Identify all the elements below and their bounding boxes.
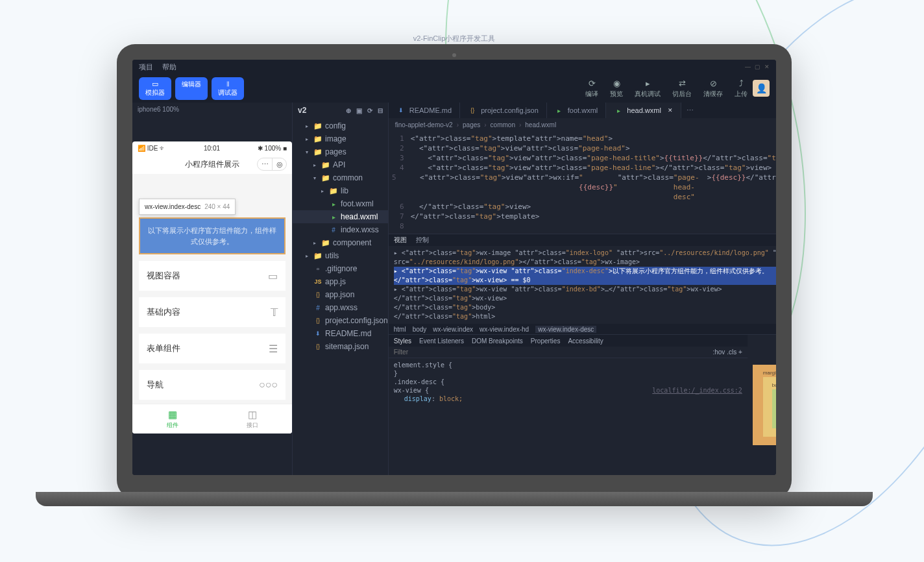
tree-item[interactable]: ▸📁lib: [293, 184, 388, 197]
styles-tab[interactable]: Properties: [531, 337, 561, 345]
tree-item[interactable]: ▸head.wxml: [293, 210, 388, 223]
tree-item[interactable]: ▸📁image: [293, 132, 388, 145]
status-right: ✱ 100% ■: [258, 145, 287, 152]
dom-row[interactable]: ▸ <"attr">class="tag">wx-view "attr">cla…: [394, 267, 776, 285]
mode-button-0[interactable]: ▭模拟器: [139, 77, 171, 100]
crumb-item[interactable]: html: [394, 326, 406, 333]
list-item[interactable]: 导航○○○: [139, 370, 286, 400]
tab-bar: ▦组件◫接口: [132, 404, 292, 434]
tab-组件[interactable]: ▦组件: [132, 404, 212, 434]
editor-pane: ⬇README.md{}project.config.json▸foot.wxm…: [388, 103, 776, 475]
file-tree-pane: v2 ⊕ ▣ ⟳ ⊟ ▸📁config▸📁image▾📁pages▸📁API▾📁…: [292, 103, 388, 475]
mode-button-1[interactable]: 编辑器: [175, 77, 208, 100]
tree-item[interactable]: {}app.json: [293, 288, 388, 301]
capsule-close-icon[interactable]: ◎: [272, 158, 286, 170]
inspect-tooltip: wx-view.index-desc 240 × 44: [139, 199, 236, 215]
collapse-icon[interactable]: ⊟: [378, 107, 383, 114]
highlight-text: 以下将展示小程序官方组件能力，组件样式仅供参考。: [140, 219, 284, 253]
breadcrumb: fino-applet-demo-v2›pages›common›head.wx…: [389, 118, 776, 131]
box-model: margin 10 border – padding – 240 × 44 – …: [748, 335, 776, 475]
status-bar: 📶 IDE ᯤ 10:01 ✱ 100% ■: [132, 141, 292, 154]
breadcrumb-item[interactable]: common: [491, 121, 515, 128]
tree-item[interactable]: {}project.config.json: [293, 314, 388, 327]
minimize-icon[interactable]: —: [745, 64, 751, 70]
tree-item[interactable]: ▸📁API: [293, 158, 388, 171]
simulator-pane: iphone6 100% 📶 IDE ᯤ 10:01 ✱ 100% ■ 小程序组…: [132, 103, 292, 475]
tree-item[interactable]: ⬇README.md: [293, 327, 388, 340]
styles-tab[interactable]: Styles: [394, 337, 411, 345]
action-预览[interactable]: ◉预览: [610, 79, 623, 99]
tree-item[interactable]: ▾📁common: [293, 171, 388, 184]
close-icon[interactable]: ✕: [764, 64, 770, 70]
new-folder-icon[interactable]: ▣: [356, 107, 362, 114]
devtools: 视图 控制 ▸ <"attr">class="tag">wx-image "at…: [389, 234, 776, 475]
avatar[interactable]: 👤: [753, 80, 770, 97]
mode-button-2[interactable]: ⫴调试器: [212, 77, 244, 100]
dom-tree[interactable]: ▸ <"attr">class="tag">wx-image "attr">cl…: [389, 246, 776, 324]
styles-filter-input[interactable]: [394, 348, 446, 356]
tree-item[interactable]: ▸📁component: [293, 236, 388, 249]
close-tab-icon[interactable]: ✕: [668, 107, 673, 114]
list-item[interactable]: 基础内容𝕋: [139, 297, 286, 327]
action-清缓存[interactable]: ⊘清缓存: [703, 79, 723, 99]
crumb-item[interactable]: wx-view.index: [433, 326, 473, 333]
styles-tab[interactable]: DOM Breakpoints: [472, 337, 523, 345]
editor-tab[interactable]: {}project.config.json: [460, 103, 547, 118]
tree-item[interactable]: {}sitemap.json: [293, 340, 388, 353]
tree-item[interactable]: ▸📁config: [293, 119, 388, 132]
breadcrumb-item[interactable]: head.wxml: [525, 121, 556, 128]
menu-help[interactable]: 帮助: [162, 62, 176, 72]
editor-tab[interactable]: ▸head.wxml✕: [606, 103, 681, 118]
dom-row[interactable]: </"attr">class="tag">body>: [394, 303, 776, 312]
tree-item[interactable]: ▸foot.wxml: [293, 197, 388, 210]
action-编译[interactable]: ⟳编译: [585, 79, 598, 99]
capsule[interactable]: ⋯ ◎: [257, 158, 287, 171]
crumb-item[interactable]: wx-view.index-desc: [535, 326, 596, 333]
new-file-icon[interactable]: ⊕: [346, 107, 351, 114]
devtools-tab-view[interactable]: 视图: [394, 236, 407, 245]
styles-tab[interactable]: Accessibility: [568, 337, 603, 345]
code-editor[interactable]: 1<"attr">class="tag">template "attr">nam…: [389, 131, 776, 234]
tree-item[interactable]: ▫.gitignore: [293, 262, 388, 275]
editor-tabs: ⬇README.md{}project.config.json▸foot.wxm…: [389, 103, 776, 118]
dom-row[interactable]: </"attr">class="tag">html>: [394, 312, 776, 321]
tree-item[interactable]: JSapp.js: [293, 275, 388, 288]
editor-tab[interactable]: ▸foot.wxml: [547, 103, 606, 118]
action-上传[interactable]: ⤴上传: [735, 79, 748, 99]
tree-root: v2: [298, 106, 306, 115]
styles-tabs: StylesEvent ListenersDOM BreakpointsProp…: [389, 335, 748, 347]
tooltip-selector: wx-view.index-desc: [145, 203, 201, 210]
devtools-tab-console[interactable]: 控制: [416, 236, 429, 245]
editor-tab[interactable]: ⬇README.md: [389, 103, 460, 118]
tree-item[interactable]: ▸📁utils: [293, 249, 388, 262]
device-label: iphone6 100%: [132, 103, 292, 116]
maximize-icon[interactable]: ▢: [755, 64, 760, 70]
tooltip-dimensions: 240 × 44: [204, 203, 230, 210]
crumb-item[interactable]: wx-view.index-hd: [480, 326, 529, 333]
breadcrumb-item[interactable]: pages: [463, 121, 480, 128]
more-tabs-icon[interactable]: ⋯: [681, 103, 699, 118]
dom-row[interactable]: ▸ <"attr">class="tag">wx-view "attr">cla…: [394, 285, 776, 294]
capsule-menu-icon[interactable]: ⋯: [258, 158, 272, 170]
dom-breadcrumb: htmlbodywx-view.indexwx-view.index-hdwx-…: [389, 324, 776, 334]
tree-item[interactable]: #app.wxss: [293, 301, 388, 314]
styles-tab[interactable]: Event Listeners: [419, 337, 464, 345]
tab-接口[interactable]: ◫接口: [212, 404, 292, 434]
tree-item[interactable]: ▾📁pages: [293, 145, 388, 158]
devtools-tabs: 视图 控制: [389, 234, 776, 246]
menu-project[interactable]: 项目: [139, 62, 153, 72]
list-item[interactable]: 视图容器▭: [139, 261, 286, 291]
list-item[interactable]: 表单组件☰: [139, 334, 286, 363]
breadcrumb-item[interactable]: fino-applet-demo-v2: [395, 121, 453, 128]
dom-row[interactable]: </"attr">class="tag">wx-view>: [394, 294, 776, 303]
status-time: 10:01: [204, 145, 220, 152]
dom-row[interactable]: ▸ <"attr">class="tag">wx-image "attr">cl…: [394, 249, 776, 267]
styles-body[interactable]: element.style {}.index-desc {</span></di…: [389, 358, 748, 406]
menubar: 项目 帮助 v2-FinClip小程序开发工具 — ▢ ✕: [132, 60, 776, 74]
tree-item[interactable]: #index.wxss: [293, 223, 388, 236]
crumb-item[interactable]: body: [413, 326, 427, 333]
action-真机调试[interactable]: ▸真机调试: [635, 79, 661, 99]
action-切后台[interactable]: ⇄切后台: [672, 79, 692, 99]
styles-filter-controls[interactable]: :hov .cls +: [712, 348, 742, 356]
refresh-icon[interactable]: ⟳: [367, 107, 372, 114]
